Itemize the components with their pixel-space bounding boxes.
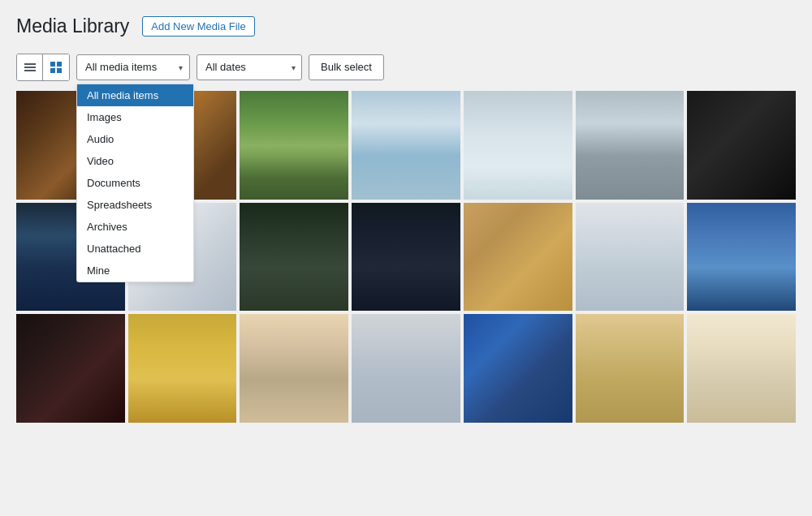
grid-view-button[interactable]: [43, 54, 69, 80]
media-item[interactable]: [240, 203, 348, 312]
media-item[interactable]: [464, 91, 572, 200]
dropdown-item[interactable]: All media items: [77, 84, 193, 106]
chevron-down-icon: ▾: [179, 62, 183, 71]
view-toggle: [16, 54, 70, 81]
media-item[interactable]: [576, 314, 685, 423]
grid-icon: [50, 62, 62, 73]
media-item[interactable]: [687, 314, 796, 423]
media-filter-trigger[interactable]: All media items ▾: [76, 54, 190, 80]
media-filter-label: All media items: [85, 61, 157, 73]
media-thumbnail: [240, 91, 348, 200]
dropdown-item[interactable]: Documents: [77, 172, 193, 194]
dropdown-item[interactable]: Video: [77, 150, 193, 172]
media-thumbnail: [240, 203, 348, 312]
media-thumbnail: [687, 314, 796, 423]
media-item[interactable]: [464, 203, 572, 312]
media-thumbnail: [687, 91, 796, 200]
dropdown-item[interactable]: Spreadsheets: [77, 194, 193, 216]
media-item[interactable]: [576, 203, 685, 312]
page-header: Media Library Add New Media File: [0, 0, 812, 47]
media-thumbnail: [240, 314, 348, 423]
media-item[interactable]: [128, 314, 237, 423]
media-thumbnail: [128, 314, 237, 423]
add-new-button[interactable]: Add New Media File: [142, 16, 254, 37]
media-item[interactable]: [352, 203, 460, 312]
dropdown-item[interactable]: Archives: [77, 216, 193, 238]
toolbar: All media items ▾ All media itemsImagesA…: [0, 47, 812, 91]
page-wrapper: Media Library Add New Media File All med…: [0, 0, 812, 516]
dropdown-item[interactable]: Unattached: [77, 238, 193, 260]
dropdown-item[interactable]: Images: [77, 106, 193, 128]
media-thumbnail: [16, 314, 125, 423]
bulk-select-button[interactable]: Bulk select: [309, 54, 384, 80]
media-filter-menu: All media itemsImagesAudioVideoDocuments…: [76, 84, 194, 282]
list-view-button[interactable]: [17, 54, 43, 80]
media-thumbnail: [352, 314, 460, 423]
media-thumbnail: [576, 314, 685, 423]
list-icon: [24, 63, 36, 71]
media-item[interactable]: [16, 314, 125, 423]
page-title: Media Library: [16, 15, 129, 39]
media-filter-dropdown-wrapper: All media items ▾ All media itemsImagesA…: [76, 54, 190, 80]
dropdown-item[interactable]: Mine: [77, 260, 193, 282]
media-item[interactable]: [687, 91, 796, 200]
dates-filter-select[interactable]: All dates: [197, 54, 302, 80]
media-thumbnail: [352, 203, 460, 312]
media-thumbnail: [576, 203, 685, 312]
media-item[interactable]: [352, 91, 460, 200]
media-thumbnail: [464, 314, 572, 423]
media-item[interactable]: [576, 91, 685, 200]
media-thumbnail: [464, 91, 572, 200]
dropdown-item[interactable]: Audio: [77, 128, 193, 150]
media-item[interactable]: [352, 314, 460, 423]
media-thumbnail: [464, 203, 572, 312]
media-thumbnail: [576, 91, 685, 200]
media-item[interactable]: [687, 203, 796, 312]
dates-filter-wrapper: All dates ▾: [197, 54, 302, 80]
media-item[interactable]: [240, 314, 348, 423]
media-item[interactable]: [240, 91, 348, 200]
media-item[interactable]: [464, 314, 572, 423]
media-thumbnail: [687, 203, 796, 312]
media-thumbnail: [352, 91, 460, 200]
